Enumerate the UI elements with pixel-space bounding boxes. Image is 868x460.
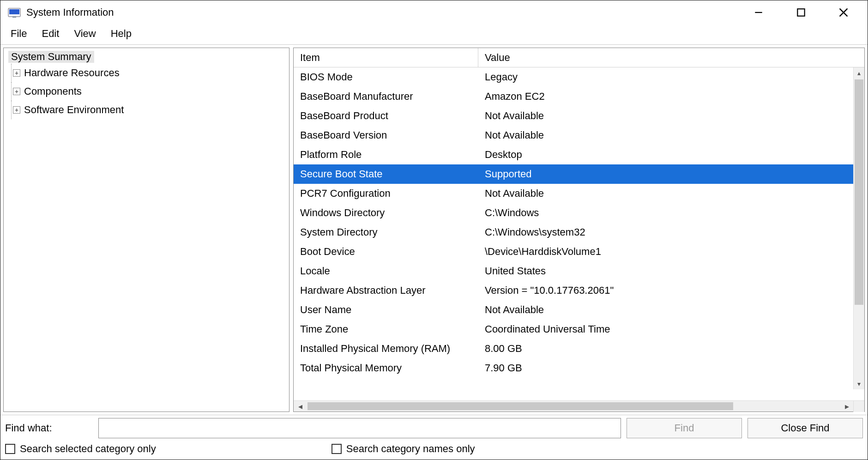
column-header-item[interactable]: Item bbox=[294, 48, 478, 67]
cell-value: Not Available bbox=[478, 304, 864, 316]
cell-item: Locale bbox=[294, 265, 478, 277]
cell-value: Legacy bbox=[478, 71, 864, 83]
expand-icon[interactable]: + bbox=[13, 106, 20, 114]
svg-rect-4 bbox=[797, 9, 804, 16]
menubar: File Edit View Help bbox=[0, 24, 868, 45]
tree-item-label: Components bbox=[24, 85, 82, 97]
svg-rect-2 bbox=[12, 17, 16, 18]
find-bar: Find what: Find Close Find Search select… bbox=[0, 415, 868, 460]
column-header-value[interactable]: Value bbox=[478, 48, 864, 67]
close-find-button[interactable]: Close Find bbox=[747, 418, 863, 438]
list-row[interactable]: LocaleUnited States bbox=[294, 261, 864, 281]
list-row[interactable]: Boot Device\Device\HarddiskVolume1 bbox=[294, 242, 864, 261]
cell-item: PCR7 Configuration bbox=[294, 188, 478, 200]
list-row[interactable]: Windows DirectoryC:\Windows bbox=[294, 203, 864, 223]
window: System Information File Edit View Help S… bbox=[0, 0, 868, 460]
find-button[interactable]: Find bbox=[627, 418, 742, 438]
tree-item-components[interactable]: + Components bbox=[13, 82, 284, 101]
cell-value: C:\Windows bbox=[478, 207, 864, 219]
menu-help[interactable]: Help bbox=[105, 27, 137, 41]
cell-item: Boot Device bbox=[294, 246, 478, 258]
content-area: System Summary + Hardware Resources + Co… bbox=[0, 45, 868, 415]
cell-value: \Device\HarddiskVolume1 bbox=[478, 246, 864, 258]
list-row[interactable]: System DirectoryC:\Windows\system32 bbox=[294, 223, 864, 242]
checkbox-icon[interactable] bbox=[332, 444, 342, 454]
cell-value: Version = "10.0.17763.2061" bbox=[478, 284, 864, 297]
app-icon bbox=[8, 7, 21, 18]
search-category-names-only-checkbox[interactable]: Search category names only bbox=[332, 443, 475, 455]
close-button[interactable] bbox=[836, 5, 851, 20]
tree-item-label: Hardware Resources bbox=[24, 67, 120, 79]
vertical-scrollbar[interactable]: ▴ ▾ bbox=[853, 67, 864, 389]
list-row[interactable]: Installed Physical Memory (RAM)8.00 GB bbox=[294, 339, 864, 358]
tree-root-system-summary[interactable]: System Summary bbox=[8, 51, 94, 63]
details-list: Item Value BIOS ModeLegacyBaseBoard Manu… bbox=[293, 48, 865, 412]
list-row[interactable]: PCR7 ConfigurationNot Available bbox=[294, 184, 864, 203]
tree-children: + Hardware Resources + Components + Soft… bbox=[13, 64, 284, 119]
cell-item: BaseBoard Product bbox=[294, 110, 478, 122]
list-body: BIOS ModeLegacyBaseBoard ManufacturerAma… bbox=[294, 67, 864, 400]
find-label: Find what: bbox=[5, 422, 93, 434]
menu-view[interactable]: View bbox=[68, 27, 101, 41]
scroll-up-icon[interactable]: ▴ bbox=[854, 67, 864, 79]
cell-value: Not Available bbox=[478, 110, 864, 122]
cell-value: C:\Windows\system32 bbox=[478, 226, 864, 238]
minimize-button[interactable] bbox=[751, 5, 766, 20]
horizontal-scrollbar[interactable]: ◂ ▸ bbox=[294, 400, 864, 412]
list-row[interactable]: Platform RoleDesktop bbox=[294, 145, 864, 164]
cell-item: Platform Role bbox=[294, 149, 478, 161]
tree-item-software-environment[interactable]: + Software Environment bbox=[13, 101, 284, 119]
list-row[interactable]: BaseBoard VersionNot Available bbox=[294, 126, 864, 145]
list-row[interactable]: BaseBoard ManufacturerAmazon EC2 bbox=[294, 87, 864, 106]
menu-edit[interactable]: Edit bbox=[36, 27, 65, 41]
tree-item-hardware-resources[interactable]: + Hardware Resources bbox=[13, 64, 284, 82]
cell-item: User Name bbox=[294, 304, 478, 316]
list-row[interactable]: User NameNot Available bbox=[294, 300, 864, 320]
search-selected-category-only-checkbox[interactable]: Search selected category only bbox=[5, 443, 156, 455]
titlebar: System Information bbox=[0, 0, 868, 24]
checkbox-label: Search category names only bbox=[346, 443, 475, 455]
expand-icon[interactable]: + bbox=[13, 88, 20, 95]
scroll-thumb[interactable] bbox=[307, 402, 733, 410]
scroll-right-icon[interactable]: ▸ bbox=[840, 401, 853, 412]
cell-value: Supported bbox=[478, 168, 864, 180]
cell-item: Installed Physical Memory (RAM) bbox=[294, 343, 478, 355]
checkbox-icon[interactable] bbox=[5, 444, 15, 454]
checkbox-label: Search selected category only bbox=[20, 443, 156, 455]
cell-item: BaseBoard Version bbox=[294, 129, 478, 141]
cell-item: BaseBoard Manufacturer bbox=[294, 91, 478, 103]
cell-value: 8.00 GB bbox=[478, 343, 864, 355]
list-row[interactable]: Secure Boot StateSupported bbox=[294, 164, 864, 184]
scroll-left-icon[interactable]: ◂ bbox=[294, 401, 307, 412]
cell-value: Desktop bbox=[478, 149, 864, 161]
list-row[interactable]: BaseBoard ProductNot Available bbox=[294, 106, 864, 126]
cell-value: 7.90 GB bbox=[478, 362, 864, 374]
maximize-button[interactable] bbox=[794, 5, 808, 20]
list-header: Item Value bbox=[294, 48, 864, 67]
scroll-down-icon[interactable]: ▾ bbox=[854, 378, 864, 389]
scroll-thumb[interactable] bbox=[855, 79, 863, 305]
scroll-corner bbox=[853, 401, 864, 412]
cell-item: Hardware Abstraction Layer bbox=[294, 284, 478, 297]
cell-item: Time Zone bbox=[294, 323, 478, 335]
find-input[interactable] bbox=[98, 418, 621, 438]
list-row[interactable]: BIOS ModeLegacy bbox=[294, 67, 864, 87]
expand-icon[interactable]: + bbox=[13, 69, 20, 77]
menu-file[interactable]: File bbox=[5, 27, 32, 41]
cell-item: Secure Boot State bbox=[294, 168, 478, 180]
category-tree[interactable]: System Summary + Hardware Resources + Co… bbox=[3, 48, 289, 412]
window-title: System Information bbox=[26, 6, 114, 18]
list-row[interactable]: Time ZoneCoordinated Universal Time bbox=[294, 320, 864, 339]
cell-value: Amazon EC2 bbox=[478, 91, 864, 103]
cell-item: BIOS Mode bbox=[294, 71, 478, 83]
svg-rect-1 bbox=[9, 9, 19, 14]
cell-item: System Directory bbox=[294, 226, 478, 238]
cell-value: Coordinated Universal Time bbox=[478, 323, 864, 335]
cell-value: United States bbox=[478, 265, 864, 277]
tree-item-label: Software Environment bbox=[24, 104, 124, 116]
cell-value: Not Available bbox=[478, 129, 864, 141]
cell-item: Windows Directory bbox=[294, 207, 478, 219]
cell-value: Not Available bbox=[478, 188, 864, 200]
list-row[interactable]: Hardware Abstraction LayerVersion = "10.… bbox=[294, 281, 864, 300]
list-row[interactable]: Total Physical Memory7.90 GB bbox=[294, 358, 864, 378]
